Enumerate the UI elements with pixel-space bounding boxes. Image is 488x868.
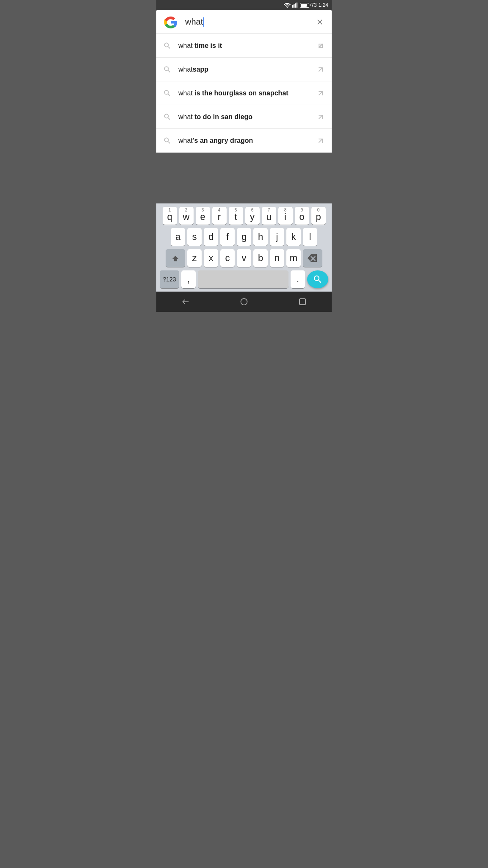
back-icon xyxy=(181,298,190,306)
suggestion-item-3[interactable]: what is the hourglass on snapchat xyxy=(156,81,332,105)
google-logo xyxy=(163,14,178,30)
key-c[interactable]: c xyxy=(220,249,235,267)
key-f[interactable]: f xyxy=(220,228,235,246)
key-o[interactable]: 9 o xyxy=(295,207,309,225)
wifi-icon xyxy=(284,3,291,8)
key-s[interactable]: s xyxy=(187,228,202,246)
search-icon-5 xyxy=(163,136,172,145)
search-container: what what time is it xyxy=(156,10,332,153)
shift-icon xyxy=(171,253,180,263)
suggestion-text-2: whatsapp xyxy=(178,66,316,73)
suggestion-item-4[interactable]: what to do in san diego xyxy=(156,105,332,129)
status-bar: 73 1:24 xyxy=(156,0,332,10)
keyboard-bottom-row: ?123 , . xyxy=(158,270,330,288)
suggestion-item-1[interactable]: what time is it xyxy=(156,34,332,58)
suggestion-text-5: what's an angry dragon xyxy=(178,137,316,145)
arrow-up-left-icon-5 xyxy=(316,136,325,145)
shift-key[interactable] xyxy=(166,249,185,267)
suggestion-text-1: what time is it xyxy=(178,42,316,50)
key-x[interactable]: x xyxy=(204,249,218,267)
arrow-up-left-icon-2 xyxy=(316,65,325,74)
clear-button[interactable] xyxy=(315,17,325,27)
key-p[interactable]: 0 p xyxy=(311,207,326,225)
key-d[interactable]: d xyxy=(204,228,218,246)
home-button[interactable] xyxy=(239,297,249,307)
svg-rect-3 xyxy=(295,3,296,8)
key-m[interactable]: m xyxy=(286,249,301,267)
key-t[interactable]: 5 t xyxy=(229,207,243,225)
key-i[interactable]: 8 i xyxy=(278,207,293,225)
key-z[interactable]: z xyxy=(187,249,202,267)
search-query-text: what xyxy=(185,17,203,27)
arrow-up-left-icon-1 xyxy=(316,42,325,50)
svg-rect-1 xyxy=(292,5,294,8)
keyboard-row-1: 1 q 2 w 3 e 4 r 5 t 6 y 7 u 8 i xyxy=(158,207,330,225)
svg-point-0 xyxy=(287,7,288,8)
search-submit-icon xyxy=(313,274,323,284)
key-period[interactable]: . xyxy=(291,270,305,288)
numbers-label: ?123 xyxy=(163,276,176,282)
key-y[interactable]: 6 y xyxy=(245,207,260,225)
home-icon xyxy=(240,298,248,306)
suggestion-text-4: what to do in san diego xyxy=(178,113,316,121)
battery-icon xyxy=(300,3,309,8)
svg-point-6 xyxy=(241,299,247,305)
key-e[interactable]: 3 e xyxy=(196,207,210,225)
svg-rect-5 xyxy=(297,3,298,8)
search-bar[interactable]: what xyxy=(156,10,332,34)
svg-rect-2 xyxy=(294,4,295,8)
key-w[interactable]: 2 w xyxy=(179,207,194,225)
suggestion-item-2[interactable]: whatsapp xyxy=(156,58,332,81)
period-label: . xyxy=(297,275,299,284)
key-r[interactable]: 4 r xyxy=(212,207,227,225)
key-l[interactable]: l xyxy=(303,228,317,246)
key-h[interactable]: h xyxy=(253,228,268,246)
key-q[interactable]: 1 q xyxy=(163,207,177,225)
recents-button[interactable] xyxy=(297,297,308,307)
svg-rect-4 xyxy=(296,3,297,8)
signal-icon xyxy=(292,3,298,8)
backspace-icon xyxy=(308,254,318,262)
space-key[interactable] xyxy=(198,270,288,288)
key-comma[interactable]: , xyxy=(181,270,196,288)
recents-icon xyxy=(299,298,306,306)
suggestions-list: what time is it whatsapp xyxy=(156,34,332,153)
svg-rect-7 xyxy=(299,299,305,305)
close-icon xyxy=(316,18,324,26)
keyboard-row-3: z x c v b n m xyxy=(158,249,330,267)
battery-level: 73 xyxy=(311,2,316,8)
search-icon-3 xyxy=(163,89,172,97)
key-v[interactable]: v xyxy=(237,249,251,267)
search-icon-2 xyxy=(163,65,172,74)
status-icons: 73 1:24 xyxy=(284,2,328,8)
comma-label: , xyxy=(187,275,190,284)
search-icon-4 xyxy=(163,113,172,121)
suggestion-text-3: what is the hourglass on snapchat xyxy=(178,89,316,97)
keyboard: 1 q 2 w 3 e 4 r 5 t 6 y 7 u 8 i xyxy=(156,203,332,292)
text-cursor xyxy=(203,17,204,27)
keyboard-row-2: a s d f g h j k l xyxy=(158,228,330,246)
backspace-key[interactable] xyxy=(303,249,322,267)
key-g[interactable]: g xyxy=(237,228,251,246)
arrow-up-left-icon-4 xyxy=(316,113,325,121)
back-button[interactable] xyxy=(180,297,191,307)
clock: 1:24 xyxy=(319,2,328,8)
key-k[interactable]: k xyxy=(286,228,301,246)
key-j[interactable]: j xyxy=(270,228,284,246)
dim-overlay xyxy=(156,153,332,203)
search-icon-1 xyxy=(163,42,172,50)
search-input[interactable]: what xyxy=(185,17,315,27)
numbers-key[interactable]: ?123 xyxy=(160,270,179,288)
navigation-bar xyxy=(156,292,332,312)
arrow-up-left-icon-3 xyxy=(316,89,325,97)
key-a[interactable]: a xyxy=(171,228,185,246)
key-b[interactable]: b xyxy=(253,249,268,267)
key-n[interactable]: n xyxy=(270,249,284,267)
suggestion-item-5[interactable]: what's an angry dragon xyxy=(156,129,332,153)
key-u[interactable]: 7 u xyxy=(262,207,276,225)
search-submit-button[interactable] xyxy=(307,270,328,288)
